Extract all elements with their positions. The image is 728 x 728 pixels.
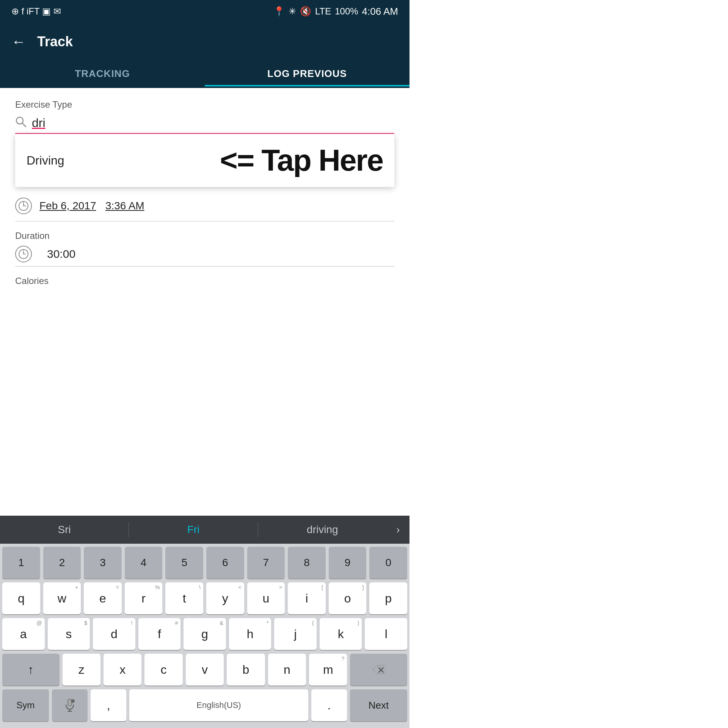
key-p[interactable]: p <box>369 582 407 614</box>
key-x[interactable]: x <box>104 654 141 686</box>
exercise-search-input[interactable]: dri <box>32 116 46 130</box>
key-z[interactable]: z <box>63 654 100 686</box>
svg-point-13 <box>71 699 75 703</box>
key-dot[interactable]: . <box>311 689 347 721</box>
duration-value[interactable]: 30:00 <box>47 248 75 260</box>
key-b[interactable]: b <box>227 654 265 686</box>
datetime-row[interactable]: Feb 6, 2017 3:36 AM <box>15 191 394 221</box>
key-d[interactable]: d! <box>93 618 135 650</box>
status-icons: ⊕ f iFT ▣ ✉ <box>11 6 61 17</box>
key-3[interactable]: 3 <box>84 547 122 579</box>
suggestion-sri[interactable]: Sri <box>0 524 129 536</box>
key-s[interactable]: s$ <box>48 618 90 650</box>
tabs-bar: TRACKING LOG PREVIOUS <box>0 61 410 88</box>
key-t[interactable]: t\ <box>165 582 203 614</box>
key-r[interactable]: r% <box>125 582 163 614</box>
date-value[interactable]: Feb 6, 2017 <box>39 200 96 212</box>
key-a[interactable]: a@ <box>2 618 45 650</box>
page-title: Track <box>37 34 73 50</box>
key-y[interactable]: y< <box>206 582 244 614</box>
tap-here-annotation: <= Tap Here <box>220 143 383 178</box>
key-f[interactable]: f# <box>138 618 181 650</box>
key-j[interactable]: j( <box>274 618 317 650</box>
key-w[interactable]: w+ <box>43 582 81 614</box>
main-content: Exercise Type dri Driving <= Tap Here Fe… <box>0 88 410 286</box>
key-6[interactable]: 6 <box>206 547 244 579</box>
bluetooth-icon: ✳ <box>289 6 296 17</box>
key-row-asdf: a@ s$ d! f# g& h* j( k) l <box>2 618 407 650</box>
suggestion-driving[interactable]: driving <box>258 524 387 536</box>
duration-clock-icon <box>15 246 32 262</box>
lte-icon: LTE <box>315 6 331 17</box>
back-button[interactable]: ← <box>11 34 26 50</box>
key-1[interactable]: 1 <box>2 547 40 579</box>
exercise-search-row: dri <box>15 116 394 134</box>
key-0[interactable]: 0 <box>369 547 407 579</box>
time-value[interactable]: 3:36 AM <box>105 200 144 212</box>
search-icon <box>15 116 27 130</box>
key-comma[interactable]: , <box>91 689 126 721</box>
svg-rect-10 <box>68 699 72 706</box>
key-row-zxcv: ↑ z x c v b n m? <box>2 654 407 686</box>
key-m[interactable]: m? <box>309 654 347 686</box>
key-h[interactable]: h* <box>229 618 271 650</box>
key-o[interactable]: o] <box>329 582 367 614</box>
key-7[interactable]: 7 <box>247 547 285 579</box>
key-i[interactable]: i[ <box>288 582 326 614</box>
key-l[interactable]: l <box>365 618 407 650</box>
exercise-type-label: Exercise Type <box>15 99 394 110</box>
suggestion-driving[interactable]: Driving <box>27 154 64 168</box>
suggestions-arrow[interactable]: › <box>387 524 410 536</box>
key-row-bottom: Sym , English(US) . Next <box>2 689 407 721</box>
exercise-dropdown: Driving <= Tap Here <box>15 134 394 187</box>
key-e[interactable]: e= <box>84 582 122 614</box>
volume-icon: 🔇 <box>300 6 311 17</box>
key-9[interactable]: 9 <box>329 547 367 579</box>
location-icon: 📍 <box>273 6 285 17</box>
tab-log-previous[interactable]: LOG PREVIOUS <box>205 61 410 88</box>
key-row-numbers: 1 2 3 4 5 6 7 8 9 0 <box>2 547 407 579</box>
duration-label: Duration <box>15 231 394 241</box>
key-mic[interactable] <box>52 689 88 721</box>
key-8[interactable]: 8 <box>288 547 326 579</box>
status-time: 4:06 AM <box>362 6 398 17</box>
key-delete[interactable] <box>350 654 407 686</box>
keyboard: Sri Fri driving › 1 2 3 4 5 6 7 8 9 0 q … <box>0 516 410 728</box>
key-row-qwerty: q w+ e= r% t\ y< u> i[ o] p <box>2 582 407 614</box>
key-k[interactable]: k) <box>320 618 362 650</box>
key-u[interactable]: u> <box>247 582 285 614</box>
key-2[interactable]: 2 <box>43 547 81 579</box>
key-5[interactable]: 5 <box>165 547 203 579</box>
keyboard-rows: 1 2 3 4 5 6 7 8 9 0 q w+ e= r% t\ y< u> … <box>0 544 410 728</box>
keyboard-suggestions: Sri Fri driving › <box>0 516 410 544</box>
status-bar: ⊕ f iFT ▣ ✉ 📍 ✳ 🔇 LTE 100% 4:06 AM <box>0 0 410 23</box>
key-v[interactable]: v <box>186 654 224 686</box>
notification-icons: ⊕ f iFT ▣ ✉ <box>11 6 61 17</box>
tab-tracking[interactable]: TRACKING <box>0 61 205 88</box>
clock-icon <box>15 198 32 214</box>
key-n[interactable]: n <box>268 654 306 686</box>
key-space[interactable]: English(US) <box>129 689 308 721</box>
battery-icon: 100% <box>335 6 358 17</box>
tab-active-indicator <box>205 85 410 86</box>
key-sym[interactable]: Sym <box>2 689 49 721</box>
suggestion-fri[interactable]: Fri <box>129 524 257 536</box>
app-header: ← Track <box>0 23 410 61</box>
key-shift[interactable]: ↑ <box>2 654 60 686</box>
duration-row[interactable]: 30:00 <box>15 246 394 267</box>
system-icons: 📍 ✳ 🔇 LTE 100% 4:06 AM <box>273 6 398 17</box>
key-4[interactable]: 4 <box>125 547 163 579</box>
key-g[interactable]: g& <box>184 618 226 650</box>
calories-label: Calories <box>15 276 394 286</box>
key-next[interactable]: Next <box>350 689 407 721</box>
datetime-display: Feb 6, 2017 3:36 AM <box>39 200 144 212</box>
key-q[interactable]: q <box>2 582 40 614</box>
svg-line-1 <box>22 123 26 127</box>
key-c[interactable]: c <box>144 654 182 686</box>
